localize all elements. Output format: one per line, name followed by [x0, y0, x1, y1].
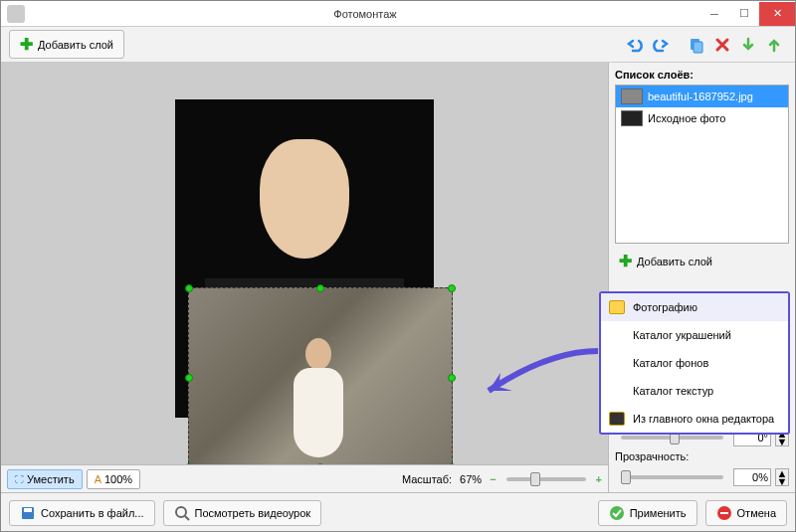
minimize-button[interactable]: ─: [699, 2, 729, 26]
opacity-input[interactable]: 0%: [733, 468, 771, 486]
layer-thumbnail: [621, 110, 643, 126]
main-area: ⛶ Уместить A 100% Масштаб: 67% − + Списо…: [1, 63, 795, 492]
resize-handle[interactable]: [185, 463, 193, 464]
zoom-in-button[interactable]: +: [596, 473, 602, 485]
tutorial-button[interactable]: Посмотреть видеоурок: [163, 500, 322, 526]
opacity-slider[interactable]: [621, 475, 723, 479]
svg-point-5: [610, 506, 624, 520]
fit-button[interactable]: ⛶ Уместить: [7, 469, 83, 489]
titlebar: Фотомонтаж ─ ☐ ✕: [1, 1, 795, 27]
menu-item-bg[interactable]: Каталог фонов: [601, 349, 788, 377]
zoom-out-button[interactable]: −: [490, 473, 496, 485]
footer: Сохранить в файл... Посмотреть видеоурок…: [1, 492, 795, 532]
layer-down-button[interactable]: [736, 33, 760, 57]
canvas-view[interactable]: [1, 63, 608, 464]
svg-rect-7: [720, 512, 728, 514]
resize-handle[interactable]: [316, 284, 324, 292]
add-layer-button[interactable]: ✚ Добавить слой: [9, 30, 124, 59]
tutorial-arrow: [459, 341, 608, 421]
add-layer-menu: Фотографию Каталог украшений Каталог фон…: [599, 291, 790, 435]
save-button[interactable]: Сохранить в файл...: [9, 500, 155, 526]
copy-button[interactable]: [685, 33, 708, 57]
plus-icon: ✚: [20, 35, 33, 54]
redo-button[interactable]: [649, 33, 673, 57]
resize-handle[interactable]: [185, 374, 193, 382]
cancel-button[interactable]: Отмена: [705, 500, 787, 526]
canvas-statusbar: ⛶ Уместить A 100% Масштаб: 67% − +: [1, 464, 608, 492]
resize-handle[interactable]: [316, 463, 324, 464]
side-add-layer-button[interactable]: ✚ Добавить слой: [615, 248, 789, 274]
undo-button[interactable]: [623, 33, 647, 57]
menu-item-photo[interactable]: Фотографию: [601, 293, 788, 321]
cancel-icon: [716, 505, 732, 521]
save-icon: [20, 505, 36, 521]
close-button[interactable]: ✕: [759, 2, 795, 26]
opacity-label: Прозрачность:: [615, 450, 789, 462]
opacity-spinner[interactable]: ▲▼: [775, 468, 789, 486]
check-icon: [609, 505, 625, 521]
text-scale-icon: A: [95, 473, 101, 485]
scale-label: Масштаб:: [402, 473, 452, 485]
window-title: Фотомонтаж: [31, 8, 699, 20]
layer-item[interactable]: beautiful-1687952.jpg: [616, 86, 788, 107]
layer-up-button[interactable]: [762, 33, 786, 57]
menu-item-decor[interactable]: Каталог украшений: [601, 321, 788, 349]
layer-item[interactable]: Исходное фото: [616, 107, 788, 129]
scale-value: 67%: [460, 473, 482, 485]
lens-icon: [174, 505, 190, 521]
svg-rect-3: [24, 508, 32, 512]
app-icon: [7, 5, 25, 23]
selected-layer[interactable]: [188, 287, 453, 464]
side-panel: Список слоёв: beautiful-1687952.jpg Исхо…: [608, 63, 795, 492]
toolbar: ✚ Добавить слой: [1, 27, 795, 63]
resize-handle[interactable]: [448, 284, 456, 292]
layer-thumbnail: [621, 89, 643, 104]
layers-title: Список слоёв:: [615, 69, 789, 81]
zoom-100-button[interactable]: A 100%: [87, 469, 140, 489]
apply-button[interactable]: Применить: [598, 500, 697, 526]
svg-point-4: [176, 507, 186, 517]
editor-thumb-icon: [609, 412, 625, 426]
add-layer-label: Добавить слой: [38, 39, 113, 51]
fit-icon: ⛶: [15, 474, 24, 484]
zoom-slider[interactable]: [506, 477, 586, 481]
delete-button[interactable]: [710, 33, 734, 57]
svg-rect-1: [694, 42, 702, 53]
maximize-button[interactable]: ☐: [729, 2, 759, 26]
resize-handle[interactable]: [185, 284, 193, 292]
plus-icon: ✚: [619, 252, 632, 270]
layers-list[interactable]: beautiful-1687952.jpg Исходное фото: [615, 85, 789, 244]
resize-handle[interactable]: [448, 463, 456, 464]
resize-handle[interactable]: [448, 374, 456, 382]
angle-slider[interactable]: [621, 436, 723, 440]
photo-icon: [609, 300, 625, 314]
canvas-area: ⛶ Уместить A 100% Масштаб: 67% − +: [1, 63, 608, 492]
menu-item-from-editor[interactable]: Из главного окна редактора: [601, 405, 788, 433]
menu-item-tex[interactable]: Каталог текстур: [601, 377, 788, 405]
